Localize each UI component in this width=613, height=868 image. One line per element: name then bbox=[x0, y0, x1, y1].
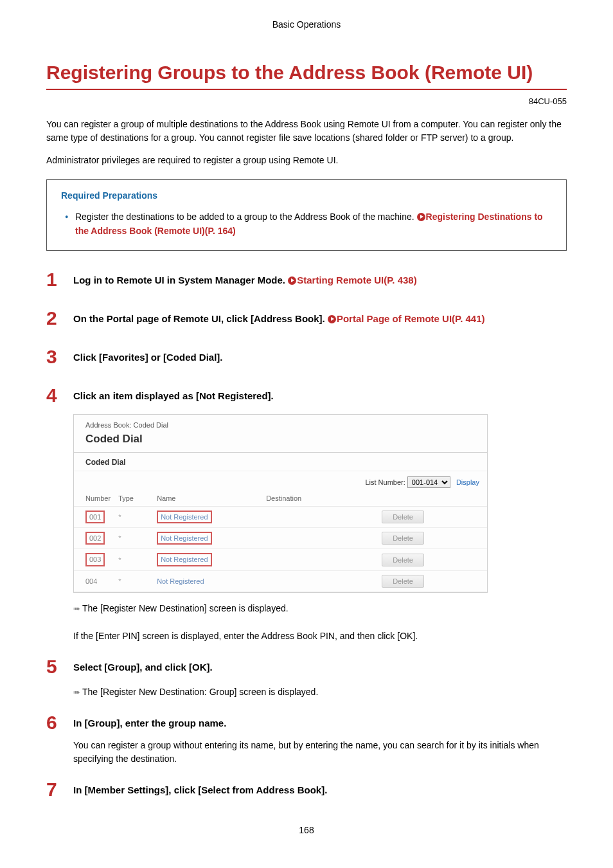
row-004-num: 004 bbox=[74, 570, 114, 592]
row-004-type: * bbox=[114, 570, 153, 592]
coded-dial-screenshot: Address Book: Coded Dial Coded Dial Code… bbox=[73, 414, 488, 593]
result-4a-text: The [Register New Destination] screen is… bbox=[82, 603, 289, 613]
ss-subheading: Coded Dial bbox=[74, 453, 487, 471]
delete-button[interactable]: Delete bbox=[382, 575, 424, 588]
table-row[interactable]: 002 * Not Registered Delete bbox=[74, 528, 487, 549]
row-003-num: 003 bbox=[85, 553, 105, 566]
admin-note: Administrator privileges are required to… bbox=[46, 155, 567, 165]
table-row[interactable]: 003 * Not Registered Delete bbox=[74, 549, 487, 570]
row-003-type: * bbox=[114, 549, 153, 570]
col-destination: Destination bbox=[262, 492, 378, 507]
section-header: Basic Operations bbox=[46, 19, 567, 30]
row-002-num: 002 bbox=[85, 532, 105, 545]
row-004-name[interactable]: Not Registered bbox=[153, 570, 262, 592]
step-1: 1 Log in to Remote UI in System Manager … bbox=[46, 270, 567, 289]
page-title: Registering Groups to the Address Book (… bbox=[46, 62, 567, 90]
step-5-title: Select [Group], and click [OK]. bbox=[73, 660, 567, 675]
row-003-name[interactable]: Not Registered bbox=[157, 553, 211, 566]
col-name: Name bbox=[153, 492, 262, 507]
intro-paragraph: You can register a group of multiple des… bbox=[46, 118, 567, 145]
step-number: 7 bbox=[46, 780, 73, 799]
step-7: 7 In [Member Settings], click [Select fr… bbox=[46, 780, 567, 799]
step-6: 6 In [Group], enter the group name. bbox=[46, 713, 567, 732]
required-preparations-heading: Required Preparations bbox=[61, 190, 552, 201]
step-1-link[interactable]: Starting Remote UI(P. 438) bbox=[297, 275, 416, 285]
col-type: Type bbox=[114, 492, 153, 507]
step-number: 4 bbox=[46, 386, 73, 405]
list-number-select[interactable]: 001-014 bbox=[407, 476, 450, 488]
row-002-name[interactable]: Not Registered bbox=[157, 532, 211, 545]
row-001-num: 001 bbox=[85, 511, 105, 523]
step-6-title: In [Group], enter the group name. bbox=[73, 716, 567, 731]
step-1-text: Log in to Remote UI in System Manager Mo… bbox=[73, 275, 288, 285]
coded-dial-table: Number Type Name Destination 001 * Not R… bbox=[74, 492, 487, 592]
bullet-text: Register the destinations to be added to… bbox=[75, 212, 417, 222]
play-link-icon bbox=[328, 315, 336, 323]
row-002-type: * bbox=[114, 528, 153, 549]
result-5-text: The [Register New Destination: Group] sc… bbox=[82, 687, 318, 697]
step-6-detail: You can register a group without enterin… bbox=[73, 739, 567, 766]
display-button[interactable]: Display bbox=[456, 478, 479, 486]
page-number: 168 bbox=[46, 825, 567, 835]
step-4-title: Click an item displayed as [Not Register… bbox=[73, 389, 567, 404]
document-id: 84CU-055 bbox=[46, 96, 567, 106]
step-number: 1 bbox=[46, 270, 73, 289]
step-3: 3 Click [Favorites] or [Coded Dial]. bbox=[46, 347, 567, 366]
list-number-label: List Number: bbox=[365, 478, 405, 486]
ss-list-toolbar: List Number: 001-014 Display bbox=[74, 471, 487, 492]
row-001-type: * bbox=[114, 506, 153, 527]
step-3-title: Click [Favorites] or [Coded Dial]. bbox=[73, 350, 567, 365]
step-number: 3 bbox=[46, 347, 73, 366]
step-1-title: Log in to Remote UI in System Manager Mo… bbox=[73, 273, 567, 288]
delete-button[interactable]: Delete bbox=[382, 532, 424, 545]
step-2-link[interactable]: Portal Page of Remote UI(P. 441) bbox=[337, 313, 485, 324]
table-row[interactable]: 001 * Not Registered Delete bbox=[74, 506, 487, 527]
play-link-icon bbox=[288, 276, 296, 285]
step-4-note: If the [Enter PIN] screen is displayed, … bbox=[73, 629, 567, 643]
step-number: 5 bbox=[46, 657, 73, 676]
result-arrow-icon: ➠ bbox=[73, 687, 80, 697]
step-5-result: ➠The [Register New Destination: Group] s… bbox=[73, 685, 567, 699]
play-link-icon bbox=[417, 213, 425, 221]
ss-heading: Coded Dial bbox=[74, 431, 487, 453]
step-7-title: In [Member Settings], click [Select from… bbox=[73, 783, 567, 798]
col-number: Number bbox=[74, 492, 114, 507]
row-001-name[interactable]: Not Registered bbox=[157, 511, 211, 523]
required-preparations-box: Required Preparations Register the desti… bbox=[46, 179, 567, 251]
step-4: 4 Click an item displayed as [Not Regist… bbox=[46, 386, 567, 405]
delete-button[interactable]: Delete bbox=[382, 554, 424, 566]
ss-breadcrumb: Address Book: Coded Dial bbox=[74, 421, 487, 431]
step-4-result: ➠The [Register New Destination] screen i… bbox=[73, 602, 567, 615]
preparation-bullet: Register the destinations to be added to… bbox=[61, 210, 552, 239]
step-5: 5 Select [Group], and click [OK]. bbox=[46, 657, 567, 676]
step-2-text: On the Portal page of Remote UI, click [… bbox=[73, 313, 328, 324]
result-arrow-icon: ➠ bbox=[73, 604, 80, 613]
step-2: 2 On the Portal page of Remote UI, click… bbox=[46, 309, 567, 328]
step-number: 2 bbox=[46, 309, 73, 328]
step-number: 6 bbox=[46, 713, 73, 732]
step-2-title: On the Portal page of Remote UI, click [… bbox=[73, 312, 567, 327]
table-row[interactable]: 004 * Not Registered Delete bbox=[74, 570, 487, 592]
delete-button[interactable]: Delete bbox=[382, 511, 424, 523]
